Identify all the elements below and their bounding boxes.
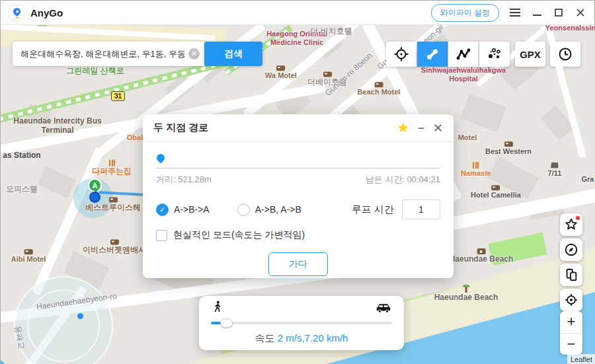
map-label-yeonsenalssin: Yeonsenalssin [545, 25, 595, 32]
speed-panel: 속도 2 m/s,7.20 km/h [199, 296, 404, 350]
route-31-badge: 31 [111, 91, 125, 101]
zoom-in-button[interactable]: + [560, 311, 582, 334]
camera-icon [477, 248, 485, 254]
map-label-motel: Motel [458, 133, 477, 142]
leaflet-attribution[interactable]: Leaflet [567, 354, 595, 364]
anygo-logo-icon [9, 5, 24, 20]
bed-icon [24, 249, 33, 254]
dialog-header: 두 지점 경로 ★ − ✕ [143, 114, 454, 142]
loop-times-input[interactable] [402, 200, 440, 219]
search-bar: ✕ 검색 [13, 42, 262, 66]
dialog-close-icon[interactable]: ✕ [433, 122, 443, 134]
walk-icon [211, 300, 224, 317]
map-label-ibis: 이비스버젯앰배서 [83, 240, 146, 255]
notification-dot [576, 216, 580, 220]
map-label-hospital: Sinhwajaehwaluihakgwa Hospital [411, 66, 516, 83]
favorites-button[interactable] [560, 213, 582, 236]
devices-icon[interactable] [560, 264, 582, 286]
point-a-marker[interactable]: A [88, 178, 102, 192]
app-window: AnyGo 와이파이 설정 [0, 0, 595, 364]
small-location-dot [77, 313, 83, 319]
dialog-minimize-icon[interactable]: − [417, 122, 424, 134]
bed-icon [110, 240, 119, 245]
restaurant-icon [473, 162, 479, 168]
map-label-aibi-motel: Aibi Motel [11, 249, 46, 264]
realistic-mode-option[interactable]: 현실적인 모드(속도는 가변적임) [156, 229, 440, 241]
route-point-input[interactable] [156, 151, 440, 168]
bed-icon [109, 198, 118, 203]
two-spot-route-icon[interactable] [417, 42, 448, 67]
zoom-controls: + − [560, 311, 582, 355]
multi-spot-route-icon[interactable] [448, 42, 479, 67]
map-label-greenway: 그린레일 산책로 [66, 67, 124, 76]
zoom-out-button[interactable]: − [560, 334, 582, 355]
map-canvas[interactable]: A Haegong Oriental Medicine Clinic 더 비치호… [1, 25, 595, 364]
time-remaining-text: 남은 시간: 00:04:21 [366, 174, 440, 186]
loop-times-label: 루프 시간 [352, 203, 394, 216]
go-button[interactable]: 가다 [268, 252, 328, 276]
radio-checked-icon[interactable]: ✓ [156, 203, 169, 216]
teleport-mode-icon[interactable] [386, 42, 416, 67]
radio-unchecked-icon[interactable] [237, 203, 250, 216]
map-label-bus-terminal: Haeundae Intercity Bus Terminal [8, 117, 107, 135]
restaurant-icon [109, 160, 115, 166]
speed-slider[interactable] [211, 318, 392, 328]
map-label-officetel: 오피스텔 [6, 185, 38, 194]
titlebar: AnyGo 와이파이 설정 [1, 1, 594, 25]
bed-icon [504, 141, 512, 147]
bed-icon [374, 82, 383, 87]
map-label-dapeo: 다퍼주는집 [92, 160, 132, 176]
app-title: AnyGo [30, 7, 63, 18]
map-label-namaste: Namaste [461, 162, 491, 178]
speed-readout: 속도 2 m/s,7.20 km/h [211, 332, 392, 345]
map-label-best-western: Best Western [485, 141, 532, 156]
jump-teleport-icon[interactable] [479, 42, 510, 67]
shop-basket-icon [551, 163, 559, 168]
menu-icon[interactable] [509, 7, 521, 18]
wifi-settings-button[interactable]: 와이파이 설정 [431, 4, 499, 22]
locate-icon[interactable] [560, 289, 582, 311]
slider-track[interactable] [211, 322, 392, 324]
map-label-haeundae-beach-1: Haeundae Beach [450, 248, 514, 264]
realistic-mode-label: 현실적인 모드(속도는 가변적임) [173, 229, 305, 241]
realistic-mode-checkbox[interactable] [156, 230, 167, 241]
dialog-title: 두 지점 경로 [153, 122, 208, 134]
palm-tree-icon [465, 287, 467, 293]
map-label-wa-motel: Wa Motel [265, 65, 297, 80]
map-label-hotel-camellia: Hotel Camellia [471, 185, 521, 200]
minimize-icon[interactable] [531, 7, 543, 18]
radio-ab-ab[interactable]: A->B, A->B [237, 203, 301, 216]
close-icon[interactable] [575, 7, 586, 18]
slider-thumb[interactable] [220, 318, 233, 328]
car-icon [375, 301, 392, 316]
map-label-711: 7/11 [548, 163, 562, 178]
bed-icon [492, 185, 500, 190]
search-input[interactable] [13, 42, 204, 66]
radio-ab-a[interactable]: ✓ A->B->A [156, 203, 210, 216]
bed-icon [323, 72, 332, 77]
two-spot-route-dialog: 두 지점 경로 ★ − ✕ 거리: 521.28m 남은 시간: 00:04:2… [143, 114, 454, 278]
bed-icon [277, 65, 286, 71]
map-label-gra: Gra [582, 175, 594, 184]
clear-search-icon[interactable]: ✕ [188, 48, 200, 59]
mode-toolbar [386, 42, 510, 67]
map-label-beach-hotel: 더 비치호텔 [310, 27, 352, 36]
location-pin-icon [155, 153, 167, 164]
maximize-icon[interactable] [553, 7, 565, 18]
compass-icon[interactable] [560, 238, 582, 261]
search-button[interactable]: 검색 [204, 42, 262, 66]
map-label-haeundae-beach-2: Haeundae Beach [434, 287, 498, 303]
map-label-beach-motel: Beach Motel [358, 82, 401, 96]
distance-text: 거리: 521.28m [156, 174, 212, 186]
favorite-star-icon[interactable]: ★ [397, 120, 409, 135]
map-label-obal: Obal [127, 133, 143, 142]
map-label-station: as Station [3, 151, 40, 161]
current-location-marker[interactable] [89, 192, 100, 203]
